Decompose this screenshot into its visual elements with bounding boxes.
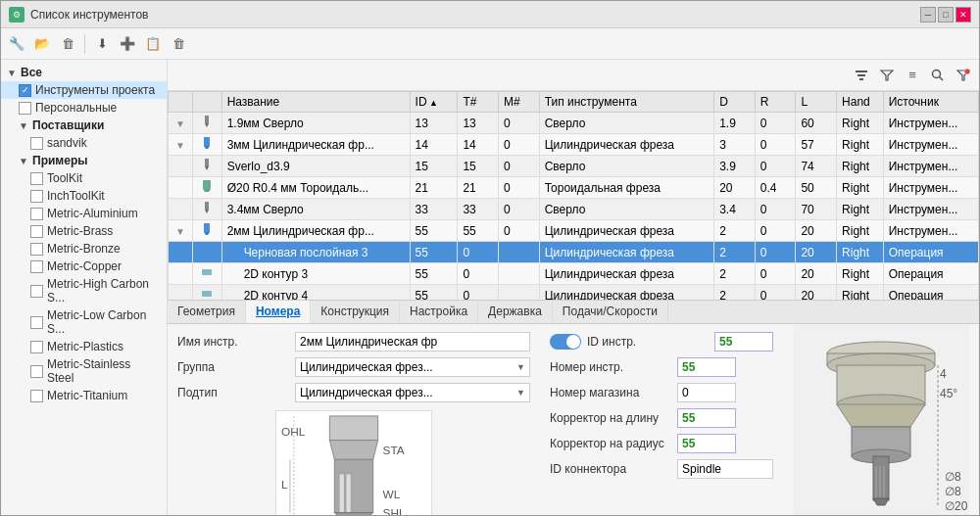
m-cell: 0: [499, 177, 540, 199]
minimize-button[interactable]: ─: [920, 7, 936, 23]
table-row[interactable]: ▼ 1.9мм Сверло 13 13 0 Сверло 1.9 0 60 R…: [169, 113, 979, 134]
magazine-input[interactable]: [677, 383, 736, 402]
sidebar-item-plastics[interactable]: Metric-Plastics: [1, 338, 167, 355]
r-cell: 0: [755, 134, 796, 156]
delete-button[interactable]: 🗑: [56, 32, 79, 56]
sidebar-item-toolkit[interactable]: ToolKit: [1, 169, 167, 187]
sidebar-item-sandvik[interactable]: sandvik: [1, 134, 167, 152]
sidebar-item-suppliers[interactable]: ▼ Поставщики: [1, 117, 167, 134]
d-cell: 1.9: [714, 113, 756, 134]
remove-button[interactable]: 🗑: [167, 32, 190, 56]
main-toolbar: 🔧 📂 🗑 ⬇ ➕ 📋 🗑: [1, 28, 979, 60]
col-t[interactable]: T#: [458, 92, 499, 113]
tab-settings[interactable]: Настройка: [400, 301, 478, 323]
tab-feeds[interactable]: Подачи/Скорости: [553, 301, 668, 323]
l-cell: 20: [796, 242, 837, 263]
connector-input[interactable]: [677, 459, 773, 479]
table-row[interactable]: Sverlo_d3.9 15 15 0 Сверло 3.9 0 74 Righ…: [169, 156, 979, 177]
sidebar-label-inchtoolkit: InchToolKit: [47, 189, 105, 203]
sidebar-item-low-carbon[interactable]: Metric-Low Carbon S...: [1, 306, 167, 338]
d-cell: 2: [714, 220, 756, 242]
wrench-button[interactable]: 🔧: [5, 32, 28, 56]
sidebar-item-aluminium[interactable]: Metric-Aluminium: [1, 205, 167, 222]
table-row[interactable]: 2D контур 4 55 0 Цилиндрическая фреза 2 …: [169, 285, 979, 301]
tab-holder[interactable]: Державка: [478, 301, 553, 323]
sidebar-item-bronze[interactable]: Metric-Bronze: [1, 240, 167, 258]
col-m[interactable]: M#: [499, 92, 540, 113]
import-button[interactable]: ⬇: [90, 32, 114, 56]
svg-rect-29: [346, 474, 351, 512]
table-row[interactable]: ▼ 2мм Цилиндрическая фр... 55 55 0 Цилин…: [169, 220, 979, 242]
length-cor-input[interactable]: [677, 408, 736, 428]
tab-numbers[interactable]: Номера: [246, 301, 311, 323]
col-type[interactable]: Тип инструмента: [539, 92, 714, 113]
check-aluminium: [30, 208, 43, 220]
maximize-button[interactable]: □: [938, 7, 954, 23]
sidebar-item-examples[interactable]: ▼ Примеры: [1, 152, 167, 169]
id-instr-input[interactable]: [714, 332, 773, 352]
tab-construction[interactable]: Конструкция: [311, 301, 400, 323]
expand-cell[interactable]: ▼: [169, 220, 193, 242]
advanced-filter-button[interactable]: [952, 64, 975, 87]
list-view-button[interactable]: ≡: [901, 64, 924, 87]
sidebar-label-project-tools: Инструменты проекта: [35, 83, 155, 97]
col-l[interactable]: L: [796, 92, 837, 113]
col-name[interactable]: Название: [221, 92, 410, 113]
id-instr-toggle[interactable]: [550, 334, 581, 350]
col-d[interactable]: D: [714, 92, 756, 113]
id-instr-toggle-row: ID инстр.: [550, 334, 714, 350]
sidebar-item-copper[interactable]: Metric-Copper: [1, 258, 167, 275]
t-cell: 0: [458, 285, 499, 301]
sidebar-item-high-carbon[interactable]: Metric-High Carbon S...: [1, 275, 167, 306]
col-r[interactable]: R: [755, 92, 796, 113]
tab-geometry[interactable]: Геометрия: [168, 301, 246, 323]
tool-filter-button[interactable]: [875, 64, 899, 87]
tool-diagram: ОНL STA L WL SHL D: [275, 410, 432, 515]
sidebar-item-stainless[interactable]: Metric-Stainless Steel: [1, 355, 167, 387]
filter-settings-button[interactable]: [850, 64, 873, 87]
name-cell: Sverlo_d3.9: [221, 156, 410, 177]
col-id[interactable]: ID: [410, 92, 458, 113]
svg-text:ОНL: ОНL: [281, 425, 306, 439]
sidebar-item-project-tools[interactable]: ✓ Инструменты проекта: [1, 81, 167, 99]
tool-num-input[interactable]: [677, 357, 736, 377]
col-source[interactable]: Источник: [883, 92, 978, 113]
name-cell: 3мм Цилиндрическая фр...: [221, 134, 410, 156]
col-hand[interactable]: Hand: [837, 92, 884, 113]
expand-cell[interactable]: ▼: [169, 113, 193, 134]
table-row[interactable]: 2D контур 3 55 0 Цилиндрическая фреза 2 …: [169, 263, 979, 285]
add-button[interactable]: ➕: [116, 32, 139, 56]
sidebar-item-inchtoolkit[interactable]: InchToolKit: [1, 187, 167, 205]
group-select[interactable]: Цилиндрическая фрез... ▼: [295, 357, 530, 377]
sidebar-label-personal: Персональные: [35, 101, 117, 115]
svg-rect-18: [202, 246, 212, 256]
svg-text:∅8: ∅8: [945, 485, 961, 498]
subtype-select[interactable]: Цилиндрическая фрез... ▼: [295, 383, 530, 402]
connector-label: ID коннектора: [550, 462, 677, 476]
open-button[interactable]: 📂: [30, 32, 54, 56]
table-row[interactable]: Черновая послойная 3 55 0 Цилиндрическая…: [169, 242, 979, 263]
svg-rect-28: [339, 474, 344, 512]
type-cell: Сверло: [539, 156, 714, 177]
check-brass: [30, 225, 43, 238]
t-cell: 15: [458, 156, 499, 177]
tools-table[interactable]: Название ID T# M# Тип инструмента D R L …: [168, 91, 979, 300]
search-button[interactable]: [926, 64, 950, 87]
table-row[interactable]: Ø20 R0.4 мм Тороидаль... 21 21 0 Тороида…: [169, 177, 979, 199]
check-inchtoolkit: [30, 190, 43, 203]
sidebar-item-titanium[interactable]: Metric-Titanium: [1, 387, 167, 404]
group-select-arrow: ▼: [516, 362, 525, 372]
radius-cor-input[interactable]: [677, 434, 736, 453]
tool-name-input[interactable]: [295, 332, 530, 352]
table-row[interactable]: 3.4мм Сверло 33 33 0 Сверло 3.4 0 70 Rig…: [169, 199, 979, 220]
copy-button[interactable]: 📋: [141, 32, 165, 56]
expand-cell[interactable]: ▼: [169, 134, 193, 156]
sidebar-label-copper: Metric-Copper: [47, 259, 122, 273]
sidebar-item-brass[interactable]: Metric-Brass: [1, 222, 167, 240]
type-cell: Цилиндрическая фреза: [539, 242, 714, 263]
table-row[interactable]: ▼ 3мм Цилиндрическая фр... 14 14 0 Цилин…: [169, 134, 979, 156]
sidebar-item-all[interactable]: ▼ Все: [1, 64, 167, 81]
close-button[interactable]: ✕: [956, 7, 971, 23]
svg-text:∅8: ∅8: [945, 470, 961, 484]
sidebar-item-personal[interactable]: Персональные: [1, 99, 167, 117]
